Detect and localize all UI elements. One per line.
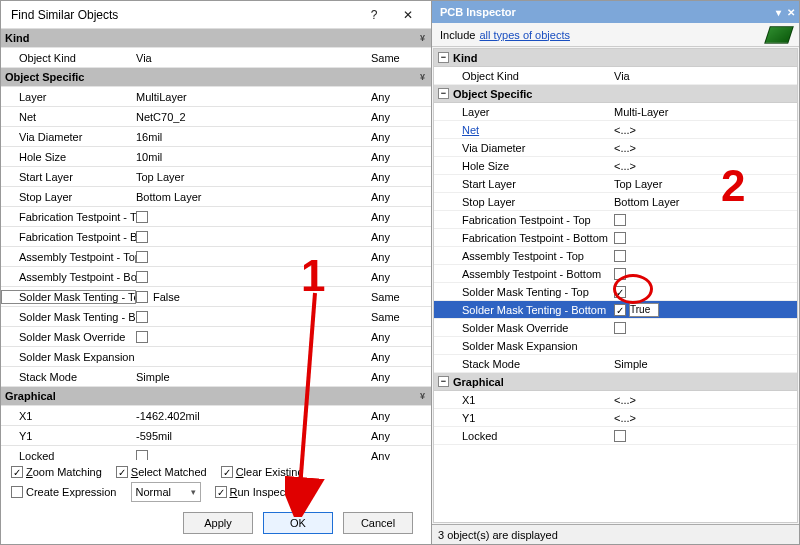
inspector-row[interactable]: Solder Mask Tenting - Bottom (434, 301, 797, 319)
property-value[interactable] (610, 286, 797, 298)
criteria-value[interactable] (136, 250, 371, 263)
property-value[interactable] (610, 232, 797, 244)
inspector-row[interactable]: Object KindVia (434, 67, 797, 85)
match-mode[interactable]: Any (371, 151, 431, 163)
property-value[interactable]: Bottom Layer (610, 196, 797, 208)
criteria-value[interactable]: 16mil (136, 131, 371, 143)
criteria-value[interactable] (136, 210, 371, 223)
property-value[interactable]: Via (610, 70, 797, 82)
match-mode[interactable]: Any (371, 331, 431, 343)
criteria-value[interactable] (136, 270, 371, 283)
criteria-row[interactable]: Assembly Testpoint - BottomAny (1, 267, 431, 287)
property-value[interactable]: <...> (610, 124, 797, 136)
match-mode[interactable]: Any (371, 351, 431, 363)
section-object-specific[interactable]: Object Specific ¥ (1, 68, 431, 87)
dropdown-icon[interactable]: ▾ (776, 7, 781, 18)
value-checkbox[interactable] (614, 322, 626, 334)
criteria-row[interactable]: Solder Mask Tenting - BottomSame (1, 307, 431, 327)
match-mode[interactable]: Any (371, 430, 431, 442)
value-checkbox[interactable] (614, 286, 626, 298)
property-value[interactable]: <...> (610, 394, 797, 406)
match-mode[interactable]: Same (371, 291, 431, 303)
include-scope-link[interactable]: all types of objects (479, 29, 570, 41)
criteria-row[interactable]: Via Diameter16milAny (1, 127, 431, 147)
apply-button[interactable]: Apply (183, 512, 253, 534)
inspector-row[interactable]: Locked (434, 427, 797, 445)
property-value[interactable]: Top Layer (610, 178, 797, 190)
close-button[interactable]: ✕ (391, 4, 425, 26)
inspector-section-obj[interactable]: − Object Specific (434, 85, 797, 103)
inspector-row[interactable]: Y1<...> (434, 409, 797, 427)
value-edit[interactable] (629, 303, 659, 317)
match-mode[interactable]: Any (371, 371, 431, 383)
match-mode[interactable]: Any (371, 231, 431, 243)
match-mode[interactable]: Same (371, 311, 431, 323)
inspector-row[interactable]: Hole Size<...> (434, 157, 797, 175)
match-mode[interactable]: Any (371, 111, 431, 123)
match-mode[interactable]: Any (371, 410, 431, 422)
criteria-value[interactable]: Bottom Layer (136, 191, 371, 203)
criteria-row[interactable]: Fabrication Testpoint - BottomAny (1, 227, 431, 247)
value-checkbox[interactable] (136, 231, 148, 243)
property-value[interactable]: <...> (610, 142, 797, 154)
select-matched-checkbox[interactable]: Select Matched (116, 466, 207, 478)
match-mode[interactable]: Any (371, 251, 431, 263)
value-checkbox[interactable] (614, 268, 626, 280)
value-checkbox[interactable] (614, 430, 626, 442)
criteria-value[interactable]: -1462.402mil (136, 410, 371, 422)
criteria-row[interactable]: LockedAny (1, 446, 431, 460)
property-value[interactable] (610, 214, 797, 226)
create-expression-checkbox[interactable]: Create Expression (11, 486, 117, 498)
criteria-row[interactable]: X1-1462.402milAny (1, 406, 431, 426)
inspector-row[interactable]: Solder Mask Tenting - Top (434, 283, 797, 301)
property-value[interactable] (610, 303, 797, 317)
criteria-row[interactable]: Y1-595milAny (1, 426, 431, 446)
inspector-row[interactable]: Stack ModeSimple (434, 355, 797, 373)
inspector-row[interactable]: Fabrication Testpoint - Bottom (434, 229, 797, 247)
value-checkbox[interactable] (136, 311, 148, 323)
property-value[interactable]: <...> (610, 160, 797, 172)
criteria-value[interactable] (136, 310, 371, 323)
criteria-row[interactable]: Solder Mask OverrideAny (1, 327, 431, 347)
help-button[interactable]: ? (357, 4, 391, 26)
property-value[interactable] (610, 322, 797, 334)
criteria-row[interactable]: Assembly Testpoint - TopAny (1, 247, 431, 267)
criteria-value[interactable]: NetC70_2 (136, 111, 371, 123)
value-checkbox[interactable] (614, 250, 626, 262)
criteria-row[interactable]: Fabrication Testpoint - TopAny (1, 207, 431, 227)
criteria-value[interactable] (136, 230, 371, 243)
property-value[interactable] (610, 250, 797, 262)
property-value[interactable] (610, 268, 797, 280)
criteria-row[interactable]: Start LayerTop LayerAny (1, 167, 431, 187)
ok-button[interactable]: OK (263, 512, 333, 534)
value-checkbox[interactable] (136, 291, 148, 303)
criteria-value[interactable]: 10mil (136, 151, 371, 163)
criteria-row[interactable]: LayerMultiLayerAny (1, 87, 431, 107)
zoom-matching-checkbox[interactable]: Zoom Matching (11, 466, 102, 478)
inspector-row[interactable]: Fabrication Testpoint - Top (434, 211, 797, 229)
match-mode[interactable]: Any (371, 91, 431, 103)
inspector-row[interactable]: Assembly Testpoint - Top (434, 247, 797, 265)
inspector-row[interactable]: Start LayerTop Layer (434, 175, 797, 193)
property-value[interactable]: <...> (610, 412, 797, 424)
criteria-value[interactable] (136, 330, 371, 343)
inspector-row[interactable]: LayerMulti-Layer (434, 103, 797, 121)
value-checkbox[interactable] (136, 450, 148, 460)
section-graphical[interactable]: Graphical ¥ (1, 387, 431, 406)
match-mode[interactable]: Any (371, 131, 431, 143)
inspector-row[interactable]: Net<...> (434, 121, 797, 139)
criteria-row[interactable]: Object KindViaSame (1, 48, 431, 68)
inspector-section-kind[interactable]: − Kind (434, 49, 797, 67)
panel-close-icon[interactable]: ✕ (787, 7, 795, 18)
match-mode[interactable]: Any (371, 191, 431, 203)
cancel-button[interactable]: Cancel (343, 512, 413, 534)
property-value[interactable] (610, 430, 797, 442)
value-checkbox[interactable] (136, 211, 148, 223)
section-kind[interactable]: Kind ¥ (1, 29, 431, 48)
value-checkbox[interactable] (614, 304, 626, 316)
criteria-row[interactable]: Stack ModeSimpleAny (1, 367, 431, 387)
criteria-row[interactable]: Solder Mask ExpansionAny (1, 347, 431, 367)
match-mode[interactable]: Any (371, 211, 431, 223)
criteria-row[interactable]: Stop LayerBottom LayerAny (1, 187, 431, 207)
criteria-value[interactable]: MultiLayer (136, 91, 371, 103)
